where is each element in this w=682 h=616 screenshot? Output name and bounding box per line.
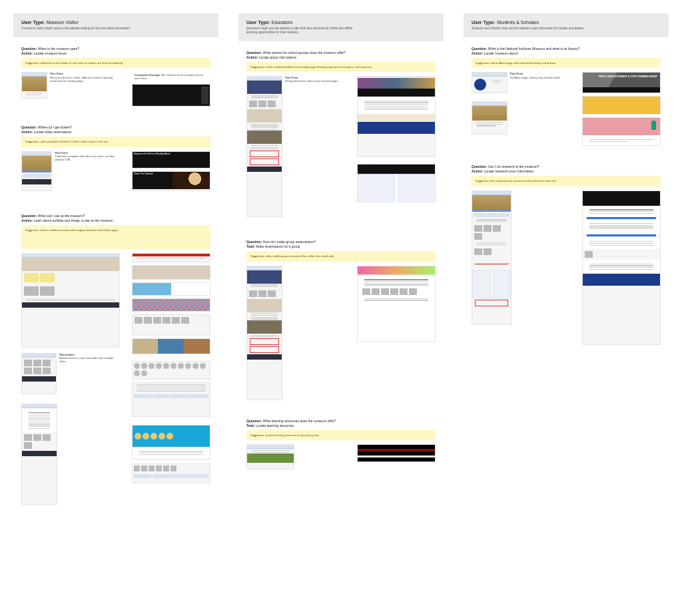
site-thumb xyxy=(21,253,120,348)
qa-block: Question: What options for school groups… xyxy=(238,51,444,240)
question-text: What is the National Archives Museum and… xyxy=(488,47,580,51)
usertype-name: Students & Scholars xyxy=(497,20,539,25)
label-action: Action: xyxy=(21,218,33,222)
competitor-thumb xyxy=(357,76,436,157)
label-action: Action: xyxy=(472,51,483,55)
annotation: Pain PointHours are buried in footer; di… xyxy=(50,72,119,99)
suggestion-highlight: Suggestion: link research-room access an… xyxy=(472,176,661,186)
label-action: Action: xyxy=(21,51,33,55)
task-text: Make reservations for a group xyxy=(256,244,300,248)
site-thumb xyxy=(21,404,57,505)
label-question: Question: xyxy=(246,419,262,423)
usertype-desc: A museum visitor might come to the websi… xyxy=(21,27,135,31)
col-header: User Type: Museum Visitor A museum visit… xyxy=(13,13,218,37)
label-question: Question: xyxy=(472,164,487,168)
label-question: Question: xyxy=(472,47,487,51)
task-text: Locate learning resources xyxy=(256,424,294,428)
label-question: Question: xyxy=(246,240,262,244)
action-text: Locate group visit options xyxy=(259,55,297,59)
competitor-thumb xyxy=(132,463,210,483)
qa-block: Question: How do I make group reservatio… xyxy=(238,240,444,419)
col-header: User Type: Educators Educators might use… xyxy=(238,13,444,41)
competitor-thumb xyxy=(132,298,210,312)
competitor-thumb xyxy=(132,282,210,296)
site-thumb xyxy=(472,101,508,135)
competitor-thumb xyxy=(132,265,210,280)
label-question: Question: xyxy=(21,47,37,51)
suggestion-highlight: Suggestion: add an About page with insti… xyxy=(472,58,661,69)
usertype-prefix: User Type: xyxy=(472,20,496,25)
usertype-name: Museum Visitor xyxy=(47,20,79,25)
label-question: Question: xyxy=(246,51,262,55)
qa-block: Question: What is the National Archives … xyxy=(464,47,669,164)
question-text: How do I make group reservations? xyxy=(263,240,316,244)
competitor-thumb xyxy=(357,444,436,462)
label-question: Question: xyxy=(21,214,37,218)
competitor-thumb xyxy=(132,361,210,380)
question-text: When is the museum open? xyxy=(38,47,79,51)
question-text: What options for school groups does the … xyxy=(263,51,346,55)
competitor-caption: Competitor Example Site surfaces hours a… xyxy=(135,73,208,80)
usertype-prefix: User Type: xyxy=(246,20,270,25)
competitor-thumb xyxy=(132,338,210,354)
competitor-thumb xyxy=(357,275,436,342)
annotation: Pain PointGroup information split across… xyxy=(285,76,338,217)
label-task: Task: xyxy=(246,424,255,428)
qa-block: Question: Where do I get tickets? Action… xyxy=(13,125,218,214)
col-visitor: User Type: Museum Visitor A museum visit… xyxy=(13,13,218,523)
col-header: User Type: Students & Scholars Students … xyxy=(464,13,669,37)
action-text: Learn about exhibits and things to see a… xyxy=(34,218,113,222)
competitor-thumb xyxy=(582,117,661,146)
qa-block: Question: When is the museum open? Actio… xyxy=(13,47,218,126)
qa-block: Question: What learning resources does t… xyxy=(238,419,444,489)
annotation: Pain PointNo About page; history only in… xyxy=(510,72,561,93)
suggestion-highlight: Suggestion: add hours to the header or h… xyxy=(21,58,210,69)
site-thumb xyxy=(246,266,282,400)
suggestion-highlight: Suggestion: add a persistent 'Reserve Ti… xyxy=(21,137,210,147)
action-text: Locate 'museum about' xyxy=(484,51,518,55)
competitor-thumb xyxy=(132,425,210,460)
site-thumb xyxy=(21,151,52,191)
suggestion-highlight: Suggestion: add an exhibits overview wit… xyxy=(21,225,210,249)
competitor-thumb xyxy=(132,382,210,417)
usertype-desc: Educators might use the website to plan … xyxy=(246,27,360,35)
competitor-thumb xyxy=(132,314,210,336)
label-question: Question: xyxy=(21,125,37,129)
competitor-thumb xyxy=(582,96,661,115)
site-thumb xyxy=(21,353,57,394)
suggestion-highlight: Suggestion: surface learning resources i… xyxy=(246,430,436,441)
competitor-thumb xyxy=(132,84,210,107)
competitor-thumb: 2022 & 2023 STUDENT & CPOY AWARD IDENT xyxy=(582,72,661,93)
competitor-thumb: Experience the Stories of Brooklyn Artis… xyxy=(132,151,210,168)
site-thumb xyxy=(472,190,512,325)
action-text: Locate museum hours xyxy=(34,51,67,55)
label-action: Action: xyxy=(472,169,483,173)
competitor-thumb xyxy=(582,190,661,345)
annotation: Pain PointTicket link competes with othe… xyxy=(55,151,119,191)
competitor-thumb xyxy=(357,164,436,174)
qa-block: Question: What can I see at the museum? … xyxy=(13,214,218,523)
label-action: Action: xyxy=(246,55,258,59)
col-educators: User Type: Educators Educators might use… xyxy=(238,13,444,488)
competitor-thumb: Protect The Collection xyxy=(132,171,210,191)
site-thumb xyxy=(246,76,282,217)
question-text: Can I do research at the museum? xyxy=(488,164,539,168)
question-text: What can I see at the museum? xyxy=(38,214,85,218)
site-thumb xyxy=(246,444,294,469)
competitor-thumb xyxy=(357,174,436,202)
action-text: Locate research-room information xyxy=(484,169,534,173)
label-task: Task: xyxy=(246,244,255,248)
suggestion-highlight: Suggestion: add a visible group reservat… xyxy=(246,251,436,262)
question-text: Where do I get tickets? xyxy=(38,125,72,129)
competitor-thumb xyxy=(357,266,436,275)
question-text: What learning resources does the museum … xyxy=(263,419,336,423)
site-thumb xyxy=(472,72,508,93)
action-text: Locate ticket reservations xyxy=(34,130,72,134)
competitor-thumb xyxy=(132,253,210,262)
usertype-desc: Students and scholars may use the websit… xyxy=(472,27,585,31)
col-students: User Type: Students & Scholars Students … xyxy=(464,13,669,364)
suggestion-highlight: Suggestion: create a dedicated Educators… xyxy=(246,62,436,73)
usertype-prefix: User Type: xyxy=(21,20,45,25)
site-thumb xyxy=(21,72,47,99)
annotation: ObservationExhibit content is only reach… xyxy=(59,353,120,394)
